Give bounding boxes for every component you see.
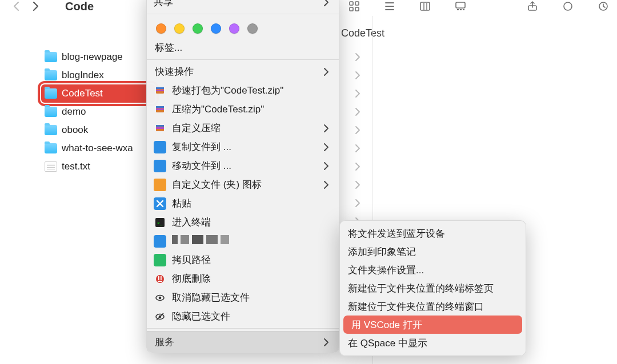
menu-item[interactable]: 隐藏已选文件 (147, 307, 339, 326)
share-icon (527, 1, 538, 12)
forward-button[interactable] (26, 0, 45, 13)
context-menu: 共享 标签... 快速操作 秒速打包为"CodeTest.zip"压缩为"Cod… (146, 0, 339, 353)
chevron-right-icon (322, 67, 331, 76)
menu-item-label: 隐藏已选文件 (172, 310, 331, 323)
submenu-item[interactable]: 新建位于文件夹位置的终端标签页 (340, 279, 526, 297)
submenu-item[interactable]: 新建位于文件夹位置的终端窗口 (340, 297, 526, 316)
svg-text:>_: >_ (157, 220, 163, 225)
menu-item[interactable]: 复制文件到 ... (147, 137, 339, 156)
file-row[interactable]: what-to-see-wxa (41, 139, 155, 157)
tag-color-row (147, 17, 339, 38)
file-label: demo (62, 106, 86, 118)
file-row[interactable]: test.txt (41, 157, 155, 176)
next-column-chevrons (350, 48, 366, 230)
menu-item-label: 取消隐藏已选文件 (172, 291, 331, 304)
back-button[interactable] (8, 0, 26, 13)
menu-quick-actions[interactable]: 快速操作 (147, 62, 339, 81)
file-label: blogIndex (62, 70, 104, 81)
chevron-right-icon (350, 48, 366, 66)
menu-item-label: 秒速打包为"CodeTest.zip" (172, 84, 331, 97)
view-list-button[interactable] (380, 0, 399, 13)
chevron-right-icon (322, 180, 331, 189)
menu-separator (147, 59, 339, 60)
services-submenu: 将文件发送到蓝牙设备添加到印象笔记文件夹操作设置...新建位于文件夹位置的终端标… (339, 220, 526, 356)
menu-item[interactable]: 压缩为"CodeTest.zip" (147, 100, 339, 119)
file-list: blog-newpageblogIndexCodeTestdemoobookwh… (41, 48, 155, 176)
menu-item[interactable]: >_进入终端 (147, 213, 339, 232)
view-icons-button[interactable] (345, 0, 363, 13)
view-column-button[interactable] (416, 0, 434, 13)
svg-rect-2 (350, 7, 353, 11)
tag-color-dot[interactable] (193, 23, 203, 34)
chevron-right-icon (350, 194, 366, 212)
menu-item[interactable]: 彻底删除 (147, 269, 339, 288)
file-label: what-to-see-wxa (62, 143, 133, 154)
submenu-item[interactable]: 将文件发送到蓝牙设备 (340, 224, 526, 242)
chevron-right-icon (350, 139, 366, 157)
submenu-item[interactable]: 用 VSCode 打开 (343, 316, 522, 334)
list-icon (384, 1, 395, 12)
menu-services[interactable]: 服务 (147, 331, 339, 353)
menu-item-icon (154, 103, 166, 116)
menu-label: 服务 (155, 335, 174, 349)
menu-item[interactable]: 粘贴 (147, 194, 339, 213)
menu-item[interactable]: 自定义文件 (夹) 图标 (147, 175, 339, 194)
file-row[interactable]: blogIndex (41, 66, 155, 84)
svg-rect-19 (156, 125, 164, 127)
file-row[interactable]: CodeTest (41, 84, 155, 103)
menu-item-label: 压缩为"CodeTest.zip" (172, 103, 331, 116)
svg-rect-6 (457, 9, 459, 10)
tag-color-dot[interactable] (247, 23, 258, 34)
menu-item-icon (154, 179, 166, 191)
menu-item-icon (154, 273, 166, 285)
breadcrumb-title: Code (65, 0, 94, 13)
menu-item-label: 彻底删除 (172, 272, 331, 285)
submenu-item[interactable]: 添加到印象笔记 (340, 242, 526, 261)
submenu-item[interactable]: 文件夹操作设置... (340, 261, 526, 279)
menu-item-icon (154, 197, 166, 210)
svg-rect-8 (463, 9, 464, 10)
menu-item-label: 自定义文件 (夹) 图标 (172, 178, 322, 191)
action-button[interactable] (594, 0, 612, 13)
file-row[interactable]: demo (41, 103, 155, 121)
tag-color-dot[interactable] (211, 23, 221, 34)
tag-color-dot[interactable] (156, 23, 166, 34)
menu-item[interactable]: 取消隐藏已选文件 (147, 288, 339, 307)
menu-item[interactable]: 拷贝路径 (147, 250, 339, 269)
menu-item[interactable] (147, 232, 339, 250)
tag-button[interactable] (559, 0, 577, 13)
folder-icon (45, 52, 57, 62)
menu-item-label: 复制文件到 ... (172, 140, 322, 153)
menu-item[interactable]: 移动文件到 ... (147, 156, 339, 175)
menu-label: 标签... (155, 41, 331, 54)
chevron-right-icon (30, 1, 41, 12)
svg-rect-17 (156, 108, 164, 110)
toolbar-right (345, 0, 617, 13)
menu-item-icon (154, 84, 166, 97)
menu-separator (147, 328, 339, 329)
share-button[interactable] (523, 0, 542, 13)
chevron-right-icon (322, 143, 331, 152)
submenu-item[interactable]: 在 QSpace 中显示 (340, 334, 526, 352)
columns-icon (419, 1, 431, 12)
menu-item-icon: >_ (154, 216, 166, 229)
menu-item-icon (154, 160, 166, 172)
tag-color-dot[interactable] (229, 23, 239, 34)
document-icon (45, 161, 57, 172)
menu-tags[interactable]: 标签... (147, 38, 339, 57)
menu-share[interactable]: 共享 (147, 0, 339, 11)
folder-icon (45, 143, 57, 153)
tag-color-dot[interactable] (174, 23, 185, 34)
chevron-right-icon (350, 121, 366, 139)
svg-rect-24 (158, 276, 159, 280)
file-row[interactable]: blog-newpage (41, 48, 155, 66)
folder-icon (45, 107, 57, 117)
chevron-right-icon (350, 176, 366, 194)
file-row[interactable]: obook (41, 121, 155, 139)
svg-point-28 (159, 296, 162, 299)
menu-item[interactable]: 秒速打包为"CodeTest.zip" (147, 81, 339, 100)
menu-separator (147, 14, 339, 14)
view-gallery-button[interactable] (451, 0, 470, 13)
menu-item[interactable]: 自定义压缩 (147, 119, 339, 137)
action-icon (598, 1, 609, 12)
